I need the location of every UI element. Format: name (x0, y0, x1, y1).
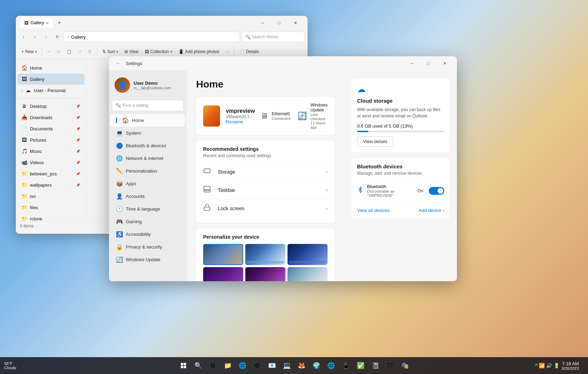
nav-accessibility-label: Accessibility (126, 232, 151, 237)
settings-nav-accessibility[interactable]: ♿ Accessibility (110, 228, 185, 240)
up-button[interactable]: ↑ (41, 32, 51, 42)
sidebar-item-downloads[interactable]: 📥 Downloads 📌 (17, 112, 84, 123)
bluetooth-nav-icon: 🔵 (116, 142, 122, 149)
collection-button[interactable]: 🖼 Collection ▾ (142, 46, 175, 58)
start-button[interactable] (177, 359, 190, 372)
battery-tray-icon[interactable]: 🔋 (554, 363, 560, 368)
system-tray: ^ 📶 🔊 🔋 (535, 363, 560, 368)
rec-item-lockscreen[interactable]: Lock screen › (203, 199, 328, 217)
add-phone-button[interactable]: 📱 Add phone photos (176, 46, 222, 58)
address-bar[interactable]: › Gallery (64, 32, 240, 42)
settings-nav-windows-update[interactable]: 🔄 Windows Update (110, 253, 185, 266)
rec-item-storage[interactable]: Storage › (203, 162, 328, 181)
sidebar-item-user-personal[interactable]: › ☁ User - Personal (17, 85, 84, 96)
settings-nav-network[interactable]: 🌐 Network & internet (110, 152, 185, 165)
page-title: Home (196, 79, 335, 90)
settings-nav-system[interactable]: 💻 System (110, 127, 185, 139)
sidebar-item-videos[interactable]: 📹 Videos 📌 (17, 157, 84, 168)
sidebar-item-gallery[interactable]: 🖼 Gallery (17, 73, 84, 85)
settings-close-button[interactable]: ✕ (437, 58, 453, 69)
sidebar-item-music[interactable]: 🎵 Music 📌 (17, 146, 84, 157)
settings-nav-apps[interactable]: 📦 Apps (110, 177, 185, 190)
sidebar-item-iso[interactable]: 📁 iso (17, 191, 84, 202)
gallery-tab[interactable]: 🖼 Gallery ✕ (20, 18, 53, 28)
settings-taskbar[interactable]: ⚙ (251, 359, 264, 372)
share-button[interactable]: ↗ (75, 46, 84, 58)
new-button[interactable]: + New ▾ (19, 46, 40, 58)
phone-taskbar[interactable]: 📱 (340, 359, 352, 372)
settings-layout: Home vmpreview VMware20,1 Rename (186, 70, 457, 281)
search-bar[interactable]: 🔍 Search Home (241, 32, 305, 42)
settings-window: ← Settings ─ □ ✕ 👤 User Demo m__lab@outl… (109, 56, 457, 281)
volume-tray-icon[interactable]: 🔊 (546, 363, 552, 368)
copy-button[interactable]: ⧉ (54, 46, 63, 58)
accounts-nav-icon: 👤 (116, 193, 122, 200)
bluetooth-toggle[interactable] (429, 187, 444, 195)
onenote-taskbar[interactable]: 📓 (369, 359, 382, 372)
wallpaper-thumb-2[interactable] (245, 244, 285, 265)
search-taskbar-button[interactable]: 🔍 (192, 359, 205, 372)
sidebar-item-documents[interactable]: 📄 Documents 📌 (17, 123, 84, 134)
sidebar-item-between-pcs[interactable]: 📁 between_pcs 📌 (17, 168, 84, 179)
settings-nav-accounts[interactable]: 👤 Accounts (110, 190, 185, 202)
maximize-button[interactable]: □ (271, 17, 287, 28)
check-taskbar[interactable]: ✅ (354, 359, 367, 372)
shield-taskbar[interactable]: 🛡 (384, 359, 396, 372)
view-details-button[interactable]: View details (357, 136, 393, 147)
wallpaper-thumb-6[interactable] (287, 267, 328, 281)
videos-icon: 📹 (21, 160, 27, 165)
file-manager-taskbar[interactable]: 📁 (221, 359, 234, 372)
settings-nav-personalization[interactable]: ✏️ Personalization (110, 165, 185, 177)
tab-close-button[interactable]: ✕ (46, 21, 49, 25)
settings-user-profile[interactable]: 👤 User Demo m__lab@outlook.com (109, 73, 186, 97)
taskview-button[interactable]: ⧉ (207, 359, 219, 372)
cut-button[interactable]: ✂ (44, 46, 53, 58)
close-button[interactable]: ✕ (287, 17, 303, 28)
terminal-taskbar[interactable]: 💻 (280, 359, 293, 372)
sidebar-item-home[interactable]: 🏠 Home (17, 62, 84, 73)
details-button[interactable]: 📄 Details (237, 46, 262, 58)
sidebar-item-desktop[interactable]: 🖥 Desktop 📌 (17, 101, 84, 112)
back-button[interactable]: ‹ (19, 32, 28, 42)
settings-back-button[interactable]: ← (113, 58, 123, 68)
edge-browser-taskbar[interactable]: 🌐 (236, 359, 249, 372)
chevron-up-icon[interactable]: ^ (535, 363, 537, 368)
folder-icon-3: 📁 (21, 193, 27, 199)
refresh-button[interactable]: ↻ (52, 32, 62, 42)
view-all-devices-link[interactable]: View all devices (357, 208, 389, 213)
forward-button[interactable]: › (30, 32, 40, 42)
network-tray-icon[interactable]: 📶 (539, 363, 545, 368)
more-button[interactable]: ··· (223, 46, 232, 58)
paste-button[interactable]: 📋 (64, 46, 75, 58)
chrome-taskbar[interactable]: 🌍 (310, 359, 323, 372)
sidebar-item-rclone[interactable]: 📁 rclone (17, 213, 84, 221)
sidebar-item-pictures[interactable]: 🖼 Pictures 📌 (17, 134, 84, 146)
email-taskbar[interactable]: 📧 (266, 359, 278, 372)
sort-button[interactable]: ⇅ Sort ▾ (99, 46, 121, 58)
settings-nav-bluetooth[interactable]: 🔵 Bluetooth & devices (110, 139, 185, 152)
wallpaper-thumb-1[interactable] (203, 244, 243, 265)
settings-nav-time[interactable]: 🕐 Time & language (110, 202, 185, 215)
settings-nav-gaming[interactable]: 🎮 Gaming (110, 215, 185, 228)
view-button[interactable]: ⊞ View (122, 46, 141, 58)
taskbar-clock[interactable]: 7:18 AM 9/26/2023 (562, 361, 579, 370)
wallpaper-thumb-5[interactable] (245, 267, 285, 281)
rec-item-taskbar[interactable]: Taskbar › (203, 181, 328, 199)
new-tab-button[interactable]: + (54, 18, 64, 28)
settings-minimize-button[interactable]: ─ (404, 58, 420, 69)
sidebar-item-files[interactable]: 📁 files (17, 202, 84, 213)
settings-nav-home[interactable]: 🏠 Home (110, 114, 185, 127)
sidebar-item-wallpapers[interactable]: 📁 wallpapers 📌 (17, 179, 84, 191)
wallpaper-thumb-4[interactable] (203, 267, 243, 281)
firefox-taskbar[interactable]: 🦊 (295, 359, 308, 372)
settings-nav-privacy[interactable]: 🔒 Privacy & security (110, 240, 185, 253)
app-taskbar[interactable]: 🎭 (399, 359, 411, 372)
device-rename-link[interactable]: Rename (226, 119, 255, 124)
wallpaper-thumb-3[interactable] (287, 244, 328, 265)
settings-search[interactable]: 🔍 Find a setting (112, 100, 183, 111)
minimize-button[interactable]: ─ (255, 17, 271, 28)
add-device-button[interactable]: Add device › (419, 208, 444, 213)
settings-maximize-button[interactable]: □ (420, 58, 437, 69)
browser2-taskbar[interactable]: 🌐 (325, 359, 337, 372)
delete-button[interactable]: 🗑 (85, 46, 95, 58)
